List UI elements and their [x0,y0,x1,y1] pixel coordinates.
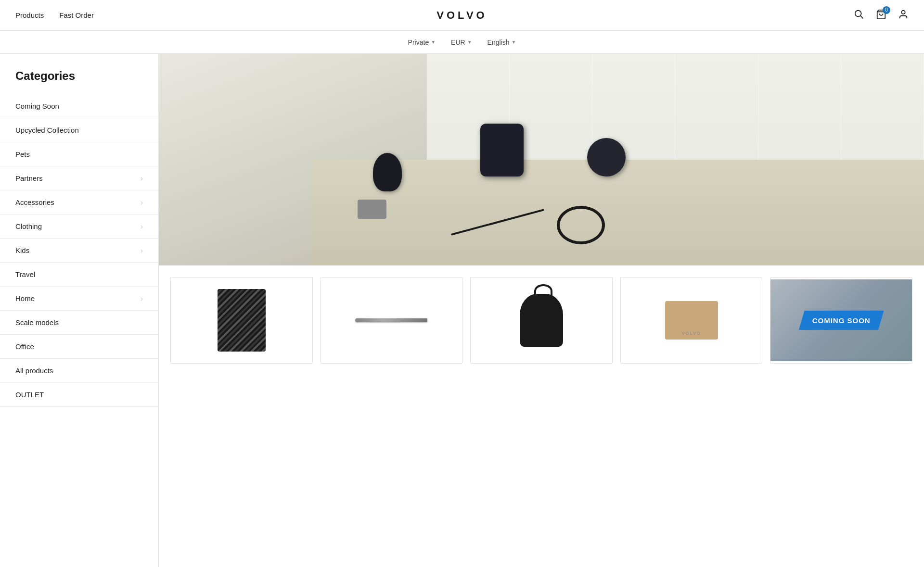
sidebar-item-label: Coming Soon [15,102,59,110]
hero-table-surface [312,160,924,265]
private-selector[interactable]: Private ▼ [408,38,436,46]
sidebar-item-label: Pets [15,150,30,158]
language-selector[interactable]: English ▼ [488,38,516,46]
svg-point-0 [855,10,861,16]
sidebar-item-scale-models[interactable]: Scale models [0,311,158,335]
box-illustration [665,301,718,340]
product-image-box [621,279,762,361]
sidebar-item-label: Travel [15,270,35,278]
sidebar-item-label: Upcycled Collection [15,126,79,134]
sidebar-items: Coming SoonUpcycled CollectionPetsPartne… [0,94,158,407]
product-image-bag [471,279,612,361]
svg-line-1 [860,16,863,18]
chevron-right-icon: › [141,295,143,302]
sidebar-item-coming-soon[interactable]: Coming Soon [0,94,158,118]
product-card-scarf[interactable] [170,277,313,364]
sidebar-item-pets[interactable]: Pets [0,142,158,166]
product-grid: COMING SOON [159,265,924,364]
sidebar-item-label: Scale models [15,318,59,327]
cart-icon[interactable]: 0 [876,9,886,22]
sidebar-item-label: OUTLET [15,391,44,399]
hero-product-coil [557,206,605,244]
fast-order-link[interactable]: Fast Order [59,11,94,19]
chevron-down-icon: ▼ [511,39,516,45]
sidebar-item-label: Office [15,342,34,351]
content-area: COMING SOON [159,54,924,567]
scarf-illustration [218,289,266,352]
sidebar-item-office[interactable]: Office [0,335,158,359]
product-image-scarf [171,279,312,361]
chevron-right-icon: › [141,247,143,254]
hero-product-opener [358,200,386,219]
cart-badge: 0 [883,6,890,14]
bag-illustration [520,294,563,347]
sidebar-item-travel[interactable]: Travel [0,263,158,287]
chevron-right-icon: › [141,223,143,230]
site-logo[interactable]: VOLVO [436,9,487,22]
sidebar-item-upcycled-collection[interactable]: Upcycled Collection [0,118,158,142]
sidebar-item-label: All products [15,366,53,375]
sidebar-item-label: Home [15,294,35,302]
sidebar-item-label: Kids [15,246,29,254]
product-card-box[interactable] [620,277,763,364]
product-card-bag[interactable] [470,277,613,364]
product-card-pen[interactable] [321,277,463,364]
sidebar-item-label: Clothing [15,222,42,230]
sidebar-item-home[interactable]: Home› [0,287,158,311]
chevron-right-icon: › [141,199,143,206]
products-link[interactable]: Products [15,11,44,19]
hero-image [159,54,924,265]
sidebar-item-accessories[interactable]: Accessories› [0,190,158,214]
hero-product-card1 [480,124,524,176]
nav-left: Products Fast Order [15,11,94,19]
sidebar: Categories Coming SoonUpcycled Collectio… [0,54,159,567]
hero-inner [159,54,924,265]
sidebar-item-kids[interactable]: Kids› [0,239,158,263]
sidebar-item-label: Accessories [15,198,54,206]
svg-point-3 [901,10,905,13]
sidebar-item-partners[interactable]: Partners› [0,166,158,190]
sidebar-item-outlet[interactable]: OUTLET [0,383,158,407]
sidebar-item-all-products[interactable]: All products [0,359,158,383]
coming-soon-card: COMING SOON [770,279,912,361]
categories-title: Categories [0,65,158,94]
product-card-coming-soon[interactable]: COMING SOON [770,277,912,364]
product-image-pen [321,279,462,361]
hero-product-keychain [373,153,402,191]
sub-navigation: Private ▼ EUR ▼ English ▼ [0,31,924,54]
main-layout: Categories Coming SoonUpcycled Collectio… [0,54,924,567]
pen-illustration [355,318,427,322]
nav-right: 0 [854,9,909,22]
coming-soon-banner: COMING SOON [799,311,884,330]
user-icon[interactable] [898,9,909,22]
currency-selector[interactable]: EUR ▼ [451,38,472,46]
chevron-right-icon: › [141,175,143,182]
top-navigation: Products Fast Order VOLVO 0 [0,0,924,31]
sidebar-item-clothing[interactable]: Clothing› [0,214,158,239]
sidebar-item-label: Partners [15,174,43,182]
search-icon[interactable] [854,9,864,22]
chevron-down-icon: ▼ [467,39,472,45]
chevron-down-icon: ▼ [431,39,436,45]
